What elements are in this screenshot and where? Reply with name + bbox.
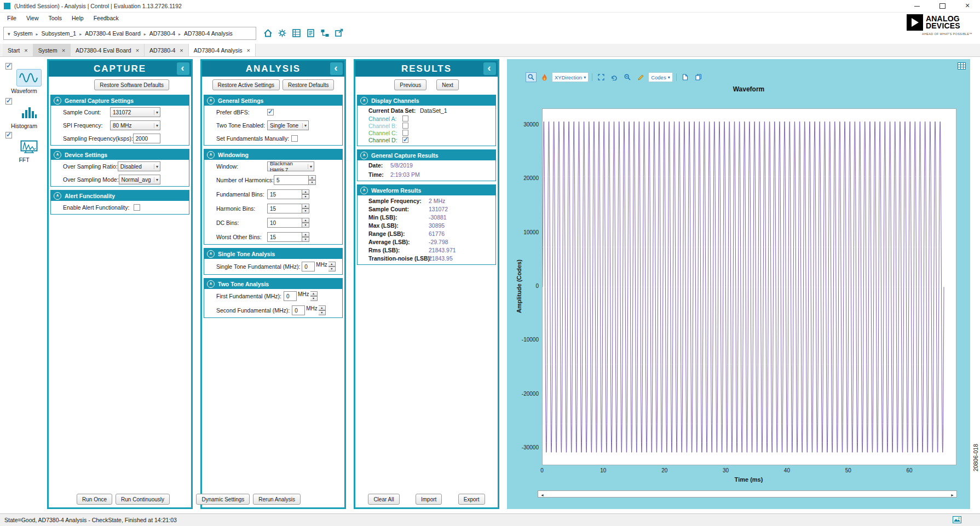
waveform-icon[interactable] [16,69,42,86]
dc-bins-value[interactable]: 10 [267,218,302,228]
fundamental-bins-value[interactable]: 15 [267,189,302,199]
sample-count-dropdown[interactable]: 131072 [110,107,160,117]
harmonics-value[interactable]: 5 [274,175,309,185]
macro-icon[interactable] [305,28,316,38]
menu-help[interactable]: Help [67,15,89,21]
breadcrumb-item-analysis[interactable]: AD7380-4 Analysis [184,30,233,37]
waveform-plot-area[interactable] [542,108,956,465]
fit-view-button[interactable] [596,72,607,82]
collapse-section-icon[interactable] [207,151,215,159]
set-fundamentals-checkbox[interactable] [291,135,298,142]
channel-checkbox[interactable] [402,137,408,143]
scroll-right-icon[interactable] [948,491,956,498]
harmonic-bins-value[interactable]: 15 [267,204,302,213]
zoom-out-button[interactable] [622,72,633,82]
tab-close-icon[interactable] [62,47,65,54]
menu-view[interactable]: View [21,15,44,21]
fundamental-bins-spinner[interactable]: 15 [267,189,309,199]
spin-up-icon[interactable] [302,232,309,237]
export-image-button[interactable] [680,72,691,82]
register-map-icon[interactable] [291,28,302,38]
breadcrumb-item-device[interactable]: AD7380-4 [149,30,175,37]
two-tone-enabled-dropdown[interactable]: Single Tone [267,120,309,130]
single-tone-fundamental-spinner[interactable]: 0MHz [302,262,336,271]
import-button[interactable]: Import [416,494,442,505]
copy-chart-button[interactable] [693,72,704,82]
spin-up-icon[interactable] [319,305,326,310]
tab-close-icon[interactable] [247,47,250,54]
run-continuously-button[interactable]: Run Continuously [116,494,170,505]
harmonics-spinner[interactable]: 5 [274,175,316,185]
collapse-results-button[interactable] [483,62,496,75]
previous-button[interactable]: Previous [394,79,426,90]
sidebar-item-fft[interactable]: FFT [4,130,44,163]
collapse-section-icon[interactable] [54,97,61,105]
status-tray-icon[interactable] [953,516,961,524]
single-tone-fundamental-value[interactable]: 0 [302,262,315,271]
collapse-section-icon[interactable] [360,97,368,105]
breadcrumb[interactable]: System Subsystem_1 AD7380-4 Eval Board A… [3,27,256,40]
sidebar-item-histogram[interactable]: Histogram [4,96,44,129]
section-header[interactable]: Device Settings [51,149,189,160]
harmonic-bins-spinner[interactable]: 15 [267,204,309,213]
menu-file[interactable]: File [2,15,21,21]
spin-up-icon[interactable] [302,189,309,194]
annotate-button[interactable] [635,72,646,82]
tab-device[interactable]: AD7380-4 [145,44,189,56]
spin-up-icon[interactable] [309,175,316,180]
spin-up-icon[interactable] [328,262,336,267]
tab-close-icon[interactable] [180,47,183,54]
restore-active-settings-button[interactable]: Restore Active Settings [212,79,280,90]
collapse-section-icon[interactable] [54,151,61,159]
worst-other-bins-spinner[interactable]: 15 [267,232,309,242]
worst-other-bins-value[interactable]: 15 [267,232,302,242]
block-diagram-icon[interactable] [320,28,330,38]
breadcrumb-item-eval-board[interactable]: AD7380-4 Eval Board [85,30,141,37]
next-button[interactable]: Next [436,79,459,90]
data-grid-icon[interactable] [958,62,966,71]
tab-close-icon[interactable] [136,47,139,54]
collapse-section-icon[interactable] [54,192,61,200]
tab-close-icon[interactable] [24,47,27,54]
sidebar-item-waveform[interactable]: Waveform [4,61,44,94]
tab-start[interactable]: Start [3,44,33,56]
spin-down-icon[interactable] [310,296,318,301]
rerun-analysis-button[interactable]: Rerun Analysis [253,494,301,505]
section-header[interactable]: Waveform Results [358,185,495,195]
oversampling-ratio-dropdown[interactable]: Disabled [118,161,160,171]
spin-down-icon[interactable] [319,310,326,315]
collapse-capture-button[interactable] [177,62,189,75]
channel-checkbox[interactable] [402,115,408,122]
first-fundamental-spinner[interactable]: 0MHz [284,291,318,301]
collapse-analysis-button[interactable] [330,62,343,75]
tab-analysis[interactable]: AD7380-4 Analysis [189,44,256,56]
sampling-frequency-input[interactable]: 2000 [133,134,160,143]
collapse-section-icon[interactable] [207,280,215,288]
breadcrumb-item-subsystem[interactable]: Subsystem_1 [42,30,77,37]
channel-checkbox[interactable] [402,130,408,136]
spin-up-icon[interactable] [310,291,318,296]
breadcrumb-caret-icon[interactable] [8,30,10,37]
section-header[interactable]: Two Tone Analysis [204,279,342,289]
minimize-button[interactable] [904,0,930,12]
breadcrumb-item-system[interactable]: System [14,30,33,37]
menu-tools[interactable]: Tools [44,15,67,21]
scroll-left-icon[interactable] [538,491,546,498]
collapse-section-icon[interactable] [207,97,215,105]
highlight-tool-button[interactable] [539,72,550,82]
prefer-dbfs-checkbox[interactable] [267,109,274,115]
fft-enable-checkbox[interactable] [5,132,12,138]
spin-down-icon[interactable] [328,267,336,271]
menu-feedback[interactable]: Feedback [89,15,124,21]
spin-up-icon[interactable] [302,204,309,209]
section-header[interactable]: General Capture Settings [51,95,189,106]
chart-horizontal-scrollbar[interactable] [538,490,957,498]
section-header[interactable]: General Capture Results [358,150,495,160]
restore-defaults-button[interactable]: Restore Defaults [283,79,334,90]
window-dropdown[interactable]: Blackman Harris 7 [267,161,314,171]
home-icon[interactable] [263,28,273,38]
collapse-section-icon[interactable] [207,250,215,258]
spin-down-icon[interactable] [309,180,316,185]
histogram-enable-checkbox[interactable] [5,98,12,105]
clear-all-button[interactable]: Clear All [368,494,399,505]
